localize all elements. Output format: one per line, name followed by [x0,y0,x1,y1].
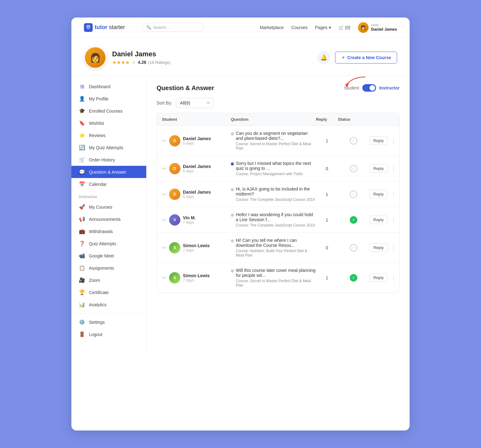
question-cell-2: Sorry but I missed what topics the next … [231,161,316,176]
sidebar-item-enrolled-courses[interactable]: 🎓 Enrolled Courses [71,105,146,117]
nav-courses[interactable]: Courses [291,25,308,30]
qa-header: Question & Answer Student Instructor [157,84,400,92]
svg-point-1 [87,26,88,27]
student-instructor-toggle[interactable] [362,84,376,92]
sort-select[interactable]: All(6) Unread Read [176,98,214,108]
question-title-6: Will this course later cover meal planni… [236,268,316,278]
more-button-4[interactable]: ⋮ [390,216,397,223]
more-button-3[interactable]: ⋮ [390,191,397,198]
instructor-quiz-icon: ❓ [79,241,85,247]
sidebar-item-settings[interactable]: ⚙️ Settings [71,316,146,328]
create-course-button[interactable]: ＋ Create a New Course [335,52,397,64]
status-dot-3 [231,188,234,191]
sidebar-item-analytics[interactable]: 📊 Analytics [71,298,146,311]
reply-button-3[interactable]: Reply [369,190,388,198]
table-row: ↩ D Daniel James 5 days Can you do a seg… [157,126,399,156]
status-check-1: ✓ [350,137,357,145]
question-title-2: Sorry but I missed what topics the next … [236,161,316,171]
instructor-section-title: Instructor [71,190,146,201]
sidebar-label-settings: Settings [89,320,105,325]
sidebar-item-calendar[interactable]: 📅 Calendar [71,178,146,190]
status-cell-1: ✓ [338,137,369,145]
sidebar-item-wishlist[interactable]: 🔖 Wishlist [71,117,146,129]
nav-pages[interactable]: Pages ▾ [315,25,331,30]
search-placeholder: Search... [153,25,169,30]
settings-icon: ⚙️ [79,319,85,325]
nav-cart[interactable]: 🛒 (0) [339,25,350,30]
reply-count-2: 0 [316,166,338,171]
status-cell-4: ✓ [338,216,369,224]
question-cell-6: Will this course later cover meal planni… [231,268,316,288]
student-info-3: Daniel James 5 days [183,190,211,199]
student-info-2: Daniel James 5 days [183,164,211,173]
nav-marketplace[interactable]: Marketplace [260,25,284,30]
more-button-6[interactable]: ⋮ [390,274,397,281]
question-course-2: Course: Project Management with Trello [236,172,316,176]
search-bar[interactable]: 🔍 Search... [142,23,204,32]
toggle-row: Student Instructor [344,84,400,92]
bell-button[interactable]: 🔔 [318,51,330,64]
sidebar-item-order-history[interactable]: 🛒 Order History [71,154,146,166]
avatar-2: D [169,163,180,174]
logo[interactable]: tutor starter [84,23,134,32]
reply-button-5[interactable]: Reply [369,243,388,252]
sidebar-item-assignments[interactable]: 📋 Assignments [71,262,146,274]
star-icons: ★★★★ [112,59,130,65]
sidebar-item-zoom[interactable]: 🎥 Zoom [71,274,146,286]
student-time-3: 5 days [183,195,211,199]
reply-count-3: 1 [316,192,338,197]
reply-arrow-icon-5: ↩ [162,244,167,251]
content-area: ⊞ Dashboard 👤 My Profile 🎓 Enrolled Cour… [71,75,410,357]
more-button-1[interactable]: ⋮ [390,137,397,144]
sidebar-item-instructor-quiz[interactable]: ❓ Quiz Attempts [71,237,146,250]
student-cell-6: ↩ S Simon Lewis 7 days [162,272,231,283]
th-question: Question [231,117,316,122]
sidebar-item-reviews[interactable]: ⭐ Reviews [71,129,146,141]
sidebar-label-calendar: Calendar [89,182,107,187]
svg-point-2 [89,26,89,27]
reply-arrow-icon-6: ↩ [162,274,167,281]
question-course-3: Course: The Complete JavaScript Course 2… [236,197,316,202]
sidebar-label-google-meet: Google Meet [89,253,114,258]
student-time-5: 7 days [183,248,210,252]
sort-row: Sort By: All(6) Unread Read [157,98,400,108]
wishlist-icon: 🔖 [79,120,85,126]
table-row: ↩ S Simon Lewis 7 days Will this course … [157,263,399,293]
sidebar-item-announcements[interactable]: 📢 Announcements [71,213,146,225]
user-info[interactable]: 👩 Hello Daniel James [358,22,397,33]
student-name-4: Vin M. [183,215,196,220]
sidebar-item-question-answer[interactable]: 💬 Question & Answer [71,166,146,178]
th-student: Student [162,117,231,122]
question-cell-5: Hi! Can you tell me where I can download… [231,238,316,257]
toggle-instructor-label: Instructor [379,85,400,90]
more-button-5[interactable]: ⋮ [390,244,397,251]
student-info-4: Vin M. 7 days [183,215,196,225]
reply-button-2[interactable]: Reply [369,164,388,173]
student-cell-2: ↩ D Daniel James 5 days [162,163,231,174]
status-dot-5 [231,239,234,242]
sidebar-item-google-meet[interactable]: 📹 Google Meet [71,250,146,262]
analytics-icon: 📊 [79,302,85,308]
reply-button-4[interactable]: Reply [369,216,388,224]
reply-button-6[interactable]: Reply [369,273,388,282]
quiz-icon: 🔄 [79,145,85,150]
sidebar-item-certificate[interactable]: 🏆 Certificate [71,286,146,298]
sidebar-item-quiz-attempts[interactable]: 🔄 My Quiz Attempts [71,141,146,154]
sidebar-item-dashboard[interactable]: ⊞ Dashboard [71,80,146,93]
sidebar-item-logout[interactable]: 🚪 Logout [71,328,146,340]
more-button-2[interactable]: ⋮ [390,165,397,172]
student-name-5: Simon Lewis [183,243,210,248]
reply-button-1[interactable]: Reply [369,136,388,145]
sidebar-item-my-courses[interactable]: 🚀 My Courses [71,201,146,213]
profile-header: 👩 Daniel James ★★★★ ★ 4.26 (19 Ratings) … [71,38,410,75]
student-name-3: Daniel James [183,190,211,195]
google-meet-icon: 📹 [79,253,85,259]
sidebar-item-withdrawals[interactable]: 💼 Withdrawals [71,225,146,237]
status-cell-2: ✓ [338,165,369,172]
announcements-icon: 📢 [79,216,85,222]
profile-actions: 🔔 ＋ Create a New Course [318,51,397,64]
student-info-5: Simon Lewis 7 days [183,243,210,252]
empty-star-icon: ★ [132,59,136,65]
student-cell-4: ↩ V Vin M. 7 days [162,214,231,226]
sidebar-item-my-profile[interactable]: 👤 My Profile [71,93,146,105]
